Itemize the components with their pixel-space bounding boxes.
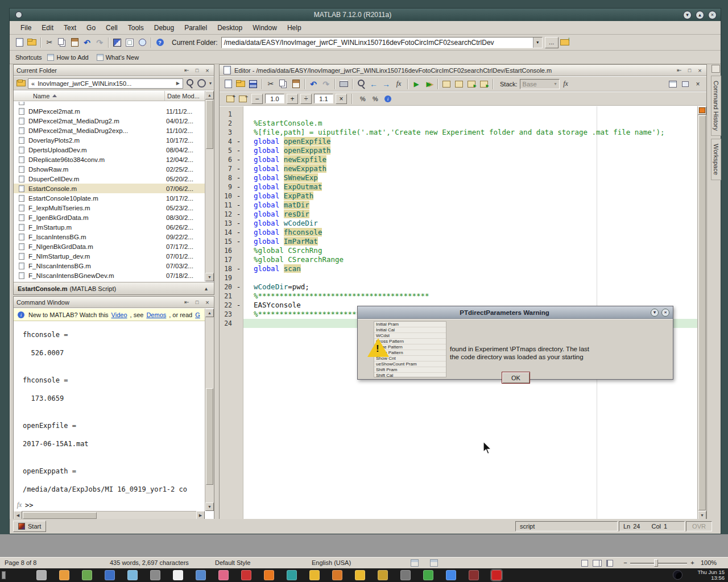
breadcrumb-back-chevrons[interactable]: « — [31, 80, 35, 87]
zoom-percent[interactable]: 100% — [701, 559, 717, 566]
fx-icon[interactable]: fx — [14, 501, 25, 509]
copy-icon[interactable] — [277, 78, 289, 90]
dock-panel-icon[interactable] — [712, 65, 720, 73]
file-details-bar[interactable]: EstartConsole.m (MATLAB Script) — [14, 282, 214, 294]
copy-icon[interactable] — [56, 37, 68, 48]
document-language[interactable]: English (USA) — [312, 559, 351, 566]
close-editor-icon[interactable] — [692, 78, 704, 90]
zoom-slider-track[interactable] — [630, 563, 687, 564]
undock-icon[interactable] — [183, 299, 191, 305]
archive-taskbar-icon[interactable] — [378, 570, 388, 580]
dialog-titlebar[interactable]: PTdirectParameters Warning ▾ × — [358, 306, 673, 319]
ok-button[interactable]: OK — [502, 372, 530, 384]
split-view-icon[interactable] — [667, 78, 679, 90]
cell-divider-icon[interactable] — [453, 78, 465, 90]
package-manager-taskbar-icon[interactable] — [82, 570, 92, 580]
command-prompt[interactable]: fx >> — [14, 501, 33, 509]
profiler-icon[interactable] — [136, 37, 148, 48]
menu-edit[interactable]: Edit — [36, 22, 59, 34]
new-script-icon[interactable] — [222, 78, 234, 90]
menu-file[interactable]: File — [15, 22, 36, 34]
file-row[interactable]: EstartConsole10plate.m10/17/2... — [14, 193, 205, 203]
search-icon[interactable] — [185, 78, 195, 89]
file-row[interactable]: EstartConsole.m07/06/2... — [14, 184, 205, 193]
firefox-taskbar-icon[interactable] — [264, 570, 274, 580]
restore-icon[interactable] — [193, 67, 201, 73]
file-row[interactable]: DsuperCellDev.m05/20/2... — [14, 174, 205, 184]
menu-cell[interactable]: Cell — [101, 22, 123, 34]
menu-text[interactable]: Text — [59, 22, 81, 34]
save-file-icon[interactable] — [247, 78, 259, 90]
show-desktop-button[interactable] — [2, 571, 6, 579]
increase-cell-icon[interactable] — [224, 93, 237, 105]
file-row[interactable]: DMPexcel2mat_MediaDrug2exp...11/10/2... — [14, 126, 205, 135]
undo-icon[interactable] — [307, 78, 320, 90]
zoom-out-icon[interactable]: − — [622, 559, 628, 567]
paste-icon[interactable] — [68, 37, 81, 48]
writer-document-taskbar-icon[interactable] — [196, 570, 206, 580]
close-icon[interactable] — [204, 299, 211, 306]
video-app-taskbar-icon[interactable] — [241, 570, 251, 580]
system-monitor-taskbar-icon[interactable] — [150, 570, 160, 580]
browser-taskbar-icon[interactable] — [287, 570, 297, 580]
function-browser-icon[interactable] — [392, 78, 405, 90]
multiply-button[interactable]: × — [336, 94, 347, 104]
stack-combo[interactable]: Base ▾ — [520, 79, 560, 89]
cut-icon[interactable] — [43, 37, 56, 48]
actions-dropdown-icon[interactable]: ▾ — [209, 81, 212, 86]
menu-desktop[interactable]: Desktop — [212, 22, 247, 34]
file-row[interactable] — [14, 102, 205, 106]
go-back-icon[interactable] — [367, 78, 380, 90]
scroll-up-icon[interactable]: ▲ — [205, 91, 214, 99]
file-list-scrollbar[interactable]: ▲ ▼ — [205, 91, 214, 281]
restore-icon[interactable] — [686, 67, 693, 73]
current-folder-dropdown-icon[interactable]: ▾ — [533, 38, 542, 48]
divide-button[interactable]: ÷ — [300, 94, 312, 104]
dialog-shade-icon[interactable]: ▾ — [651, 309, 659, 317]
dialog-close-icon[interactable]: × — [661, 309, 669, 317]
scrollbar-thumb[interactable] — [23, 512, 97, 519]
file-row[interactable]: F_IgenBkGrdData.m08/30/2... — [14, 213, 205, 222]
utility-taskbar-icon[interactable] — [400, 570, 411, 580]
value-field-2[interactable]: 1.1 — [314, 94, 333, 103]
menu-window[interactable]: Window — [247, 22, 282, 34]
decrease-cell-icon[interactable] — [237, 93, 249, 105]
folder-yellow-2-taskbar-icon[interactable] — [355, 570, 365, 580]
help-icon[interactable] — [154, 37, 166, 48]
command-window-hscrollbar[interactable]: ◀ ▶ — [14, 511, 205, 519]
open-file-icon[interactable] — [26, 37, 38, 48]
page-style[interactable]: Default Style — [215, 559, 250, 566]
book-view-icon[interactable] — [606, 560, 613, 567]
menu-help[interactable]: Help — [282, 22, 307, 34]
redo-icon[interactable] — [320, 78, 332, 90]
undock-icon[interactable] — [676, 67, 683, 73]
moon-icon[interactable] — [673, 570, 682, 580]
breadcrumb[interactable]: « InovImager_jwrCF_WINLinx150... ▶ — [28, 78, 183, 89]
scroll-down-icon[interactable]: ▼ — [205, 273, 214, 281]
file-row[interactable]: F_NIscanIntensBG.m07/03/2... — [14, 261, 205, 271]
matlab-titlebar[interactable]: MATLAB 7.12.0 (R2011a) ▾ ▴ × — [10, 9, 721, 21]
evaluate-cell-advance-icon[interactable] — [478, 78, 490, 90]
start-button[interactable]: Start — [13, 521, 46, 532]
document-modified-icon[interactable] — [430, 559, 438, 567]
run-file-icon[interactable] — [410, 78, 423, 90]
file-row[interactable]: F_IexpMultiTseries.m05/23/2... — [14, 203, 205, 213]
column-name[interactable]: Name — [14, 91, 165, 101]
tab-command-history[interactable]: Command History — [711, 76, 721, 136]
command-window-scrollbar[interactable]: ▲ ▼ — [205, 309, 214, 511]
run-and-advance-icon[interactable] — [423, 78, 435, 90]
up-one-folder-icon[interactable] — [559, 37, 571, 48]
x-server-taskbar-icon[interactable] — [127, 570, 138, 580]
folder-yellow-taskbar-icon[interactable] — [309, 570, 320, 580]
new-file-icon[interactable] — [13, 37, 26, 48]
breadcrumb-folder-name[interactable]: InovImager_jwrCF_WINLinx150... — [38, 80, 131, 87]
menu-parallel[interactable]: Parallel — [179, 22, 212, 34]
text-document-taskbar-icon[interactable] — [173, 570, 183, 580]
cell-info-icon[interactable] — [382, 93, 394, 105]
undock-icon[interactable] — [183, 67, 191, 73]
chromium-taskbar-icon[interactable] — [446, 570, 456, 580]
file-manager-taskbar-icon[interactable] — [59, 570, 69, 580]
insert-cell-icon[interactable] — [440, 78, 453, 90]
media-player-taskbar-icon[interactable] — [218, 570, 229, 580]
value-field-1[interactable]: 1.0 — [265, 94, 284, 103]
